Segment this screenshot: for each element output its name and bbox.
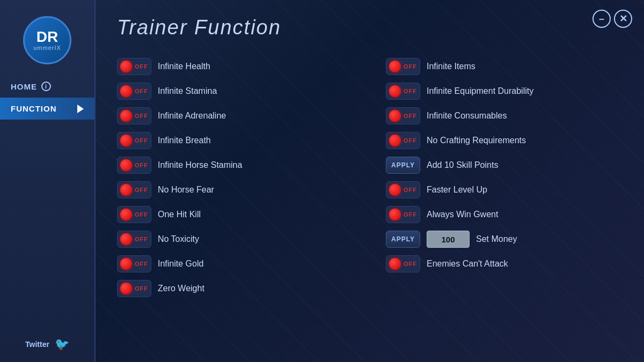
function-row-set-money: APPLY Set Money	[386, 227, 623, 252]
sidebar-item-home[interactable]: HOME i	[0, 75, 94, 98]
apply-skill-points-button[interactable]: APPLY	[386, 157, 420, 174]
function-name-infinite-items: Infinite Items	[427, 62, 475, 71]
toggle-state-label: OFF	[135, 113, 148, 119]
twitter-icon: 🐦	[55, 337, 69, 351]
main-content: Trainer Function OFF Infinite Health OFF…	[96, 0, 644, 362]
function-row-one-hit-kill: OFF One Hit Kill	[117, 202, 354, 227]
function-name-faster-level-up: Faster Level Up	[427, 185, 487, 195]
toggle-state-label: OFF	[404, 137, 417, 144]
chevron-right-icon	[77, 105, 84, 113]
toggle-faster-level-up[interactable]: OFF	[386, 181, 420, 198]
function-name-zero-weight: Zero Weight	[158, 284, 204, 293]
function-row-no-horse-fear: OFF No Horse Fear	[117, 178, 354, 202]
function-name-one-hit-kill: One Hit Kill	[158, 210, 201, 219]
toggle-dot	[389, 184, 401, 196]
toggle-infinite-horse-stamina[interactable]: OFF	[117, 157, 151, 174]
toggle-infinite-breath[interactable]: OFF	[117, 132, 151, 149]
toggle-infinite-adrenaline[interactable]: OFF	[117, 107, 151, 124]
function-name-enemies-cant-attack: Enemies Can't Attack	[427, 259, 508, 269]
toggle-infinite-health[interactable]: OFF	[117, 58, 151, 75]
toggle-dot	[120, 61, 132, 72]
info-icon[interactable]: i	[41, 82, 51, 91]
function-row-zero-weight: OFF Zero Weight	[117, 276, 354, 301]
function-row-no-crafting-requirements: OFF No Crafting Requirements	[386, 128, 623, 153]
function-label: FUNCTION	[11, 104, 57, 113]
logo-initials: DR	[36, 29, 58, 45]
toggle-state-label: OFF	[404, 261, 417, 267]
toggle-one-hit-kill[interactable]: OFF	[117, 206, 151, 223]
toggle-always-win-gwent[interactable]: OFF	[386, 206, 420, 223]
toggle-infinite-consumables[interactable]: OFF	[386, 107, 420, 124]
toggle-dot	[120, 85, 132, 97]
function-row-faster-level-up: OFF Faster Level Up	[386, 178, 623, 202]
toggle-state-label: OFF	[135, 63, 148, 70]
page-title: Trainer Function	[117, 16, 623, 39]
toggle-state-label: OFF	[135, 162, 148, 168]
functions-grid: OFF Infinite Health OFF Infinite Stamina…	[117, 54, 623, 301]
toggle-dot	[389, 61, 401, 72]
function-name-infinite-horse-stamina: Infinite Horse Stamina	[158, 160, 242, 170]
toggle-state-label: OFF	[404, 211, 417, 218]
function-name-infinite-adrenaline: Infinite Adrenaline	[158, 111, 226, 121]
toggle-no-toxicity[interactable]: OFF	[117, 231, 151, 248]
toggle-state-label: OFF	[135, 137, 148, 144]
function-name-infinite-health: Infinite Health	[158, 62, 210, 71]
function-row-infinite-stamina: OFF Infinite Stamina	[117, 79, 354, 104]
functions-right-column: OFF Infinite Items OFF Infinite Equipmen…	[386, 54, 623, 301]
toggle-dot	[389, 135, 401, 146]
toggle-dot	[120, 110, 132, 122]
function-row-no-toxicity: OFF No Toxicity	[117, 227, 354, 252]
function-name-add-skill-points: Add 10 Skill Points	[427, 160, 498, 170]
toggle-enemies-cant-attack[interactable]: OFF	[386, 255, 420, 272]
functions-left-column: OFF Infinite Health OFF Infinite Stamina…	[117, 54, 354, 301]
toggle-state-label: OFF	[135, 261, 148, 267]
toggle-state-label: OFF	[135, 187, 148, 193]
function-name-no-toxicity: No Toxicity	[158, 234, 199, 244]
function-name-infinite-equipment-durability: Infinite Equipment Durability	[427, 86, 533, 96]
toggle-infinite-gold[interactable]: OFF	[117, 255, 151, 272]
toggle-state-label: OFF	[404, 88, 417, 94]
function-row-infinite-items: OFF Infinite Items	[386, 54, 623, 79]
function-row-infinite-health: OFF Infinite Health	[117, 54, 354, 79]
function-name-always-win-gwent: Always Win Gwent	[427, 210, 498, 219]
toggle-dot	[389, 85, 401, 97]
toggle-state-label: OFF	[135, 88, 148, 94]
toggle-dot	[389, 258, 401, 270]
toggle-dot	[120, 233, 132, 245]
toggle-state-label: OFF	[135, 236, 148, 242]
toggle-state-label: OFF	[404, 113, 417, 119]
toggle-state-label: OFF	[135, 211, 148, 218]
twitter-label: Twitter	[25, 340, 49, 349]
toggle-no-horse-fear[interactable]: OFF	[117, 181, 151, 198]
function-name-set-money: Set Money	[476, 234, 517, 244]
set-money-input[interactable]	[427, 231, 470, 248]
function-name-no-crafting-requirements: No Crafting Requirements	[427, 136, 526, 145]
function-row-enemies-cant-attack: OFF Enemies Can't Attack	[386, 252, 623, 276]
function-row-add-skill-points: APPLY Add 10 Skill Points	[386, 153, 623, 178]
toggle-no-crafting-requirements[interactable]: OFF	[386, 132, 420, 149]
function-row-infinite-gold: OFF Infinite Gold	[117, 252, 354, 276]
logo: DR ummerIX	[23, 16, 71, 64]
toggle-infinite-equipment-durability[interactable]: OFF	[386, 83, 420, 100]
toggle-zero-weight[interactable]: OFF	[117, 280, 151, 297]
apply-set-money-button[interactable]: APPLY	[386, 231, 420, 248]
function-row-infinite-equipment-durability: OFF Infinite Equipment Durability	[386, 79, 623, 104]
toggle-dot	[389, 209, 401, 220]
toggle-dot	[120, 135, 132, 146]
sidebar-item-function[interactable]: FUNCTION	[0, 98, 94, 120]
function-row-infinite-breath: OFF Infinite Breath	[117, 128, 354, 153]
toggle-state-label: OFF	[404, 187, 417, 193]
toggle-state-label: OFF	[404, 63, 417, 70]
toggle-state-label: OFF	[135, 285, 148, 292]
toggle-dot	[120, 159, 132, 171]
function-name-infinite-gold: Infinite Gold	[158, 259, 203, 269]
toggle-infinite-items[interactable]: OFF	[386, 58, 420, 75]
sidebar: DR ummerIX HOME i FUNCTION Twitter 🐦	[0, 0, 96, 362]
function-name-infinite-stamina: Infinite Stamina	[158, 86, 217, 96]
toggle-infinite-stamina[interactable]: OFF	[117, 83, 151, 100]
twitter-link[interactable]: Twitter 🐦	[14, 327, 80, 362]
toggle-dot	[389, 110, 401, 122]
function-name-infinite-consumables: Infinite Consumables	[427, 111, 507, 121]
function-row-infinite-adrenaline: OFF Infinite Adrenaline	[117, 104, 354, 128]
logo-subtitle: ummerIX	[33, 45, 61, 51]
